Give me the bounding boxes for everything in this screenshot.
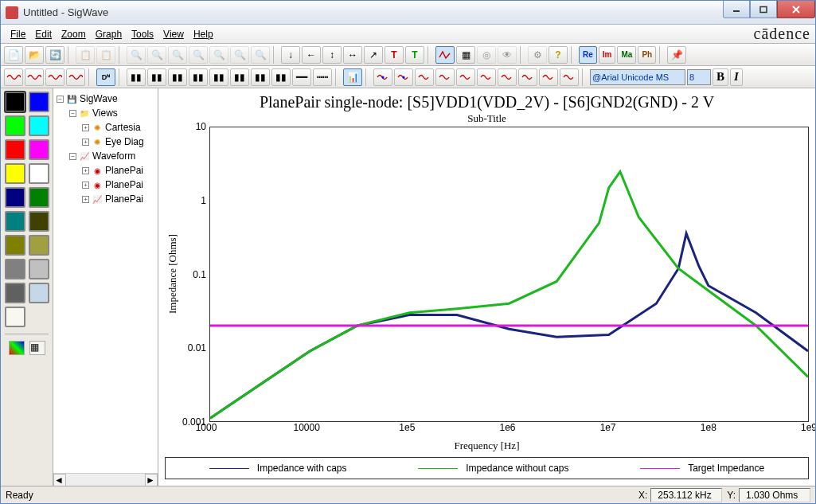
color-swatch[interactable] [5,211,25,232]
m7-button[interactable] [498,68,517,86]
marker-diag-button[interactable]: ↗ [364,46,383,64]
zoom-out-button[interactable]: 🔍 [147,46,166,64]
color-swatch[interactable] [29,283,49,303]
italic-button[interactable]: I [730,68,743,86]
marker-up-button[interactable]: ↕ [322,46,342,64]
bar8-button[interactable]: ▮▮ [271,68,291,86]
zoom-y-button[interactable]: 🔍 [209,46,228,64]
m8-button[interactable] [518,68,537,86]
color-swatch[interactable] [5,92,25,112]
open-button[interactable]: 📂 [25,46,44,64]
color-swatch[interactable] [29,163,49,184]
color-swatch[interactable] [29,211,49,232]
bar7-button[interactable]: ▮▮ [251,68,270,86]
minimize-button[interactable] [723,1,750,18]
menu-help[interactable]: Help [189,26,218,42]
plot-area[interactable] [209,127,809,422]
tree-pp1[interactable]: +◉PlanePai [55,163,156,178]
zoom-prev-button[interactable]: 🔍 [230,46,249,64]
m10-button[interactable] [560,68,579,86]
ma-button[interactable]: Ma [617,46,636,64]
tree-cartesian[interactable]: +✺Cartesia [55,120,156,135]
color-swatch[interactable] [29,235,49,256]
wave2-button[interactable] [25,68,44,86]
cursor-track-button[interactable]: Dᴺ [96,68,115,86]
color-swatch[interactable] [5,307,25,327]
color-swatch[interactable] [5,139,25,160]
ph-button[interactable]: Ph [638,46,656,64]
color-swatch[interactable] [5,235,25,256]
refresh-button[interactable]: 🔄 [45,46,64,64]
zoom-reset-button[interactable]: 🔍 [251,46,270,64]
bold-button[interactable]: B [713,68,728,86]
marker-left-button[interactable]: ← [302,46,321,64]
menu-edit[interactable]: Edit [30,26,57,42]
wave1-button[interactable] [4,68,23,86]
text-tool2-button[interactable]: T [405,46,424,64]
marker-both-button[interactable]: ↔ [343,46,362,64]
zoom-in-button[interactable]: 🔍 [127,46,146,64]
color-swatch[interactable] [5,259,25,279]
zoom-fit-button[interactable]: 🔍 [168,46,187,64]
pin-button[interactable]: 📌 [667,46,686,64]
palette-tool-1[interactable] [9,341,25,355]
m4-button[interactable] [435,68,455,86]
bar3-button[interactable]: ▮▮ [168,68,187,86]
splot-button[interactable]: 📊 [343,68,362,86]
tree-waveform[interactable]: −📈Waveform [55,149,156,163]
tree-root[interactable]: −💾SigWave [55,92,156,106]
menu-view[interactable]: View [158,26,189,42]
font-select[interactable] [590,69,685,85]
bar5-button[interactable]: ▮▮ [209,68,228,86]
help-button[interactable]: ? [549,46,568,64]
wave4-button[interactable] [66,68,85,86]
m5-button[interactable] [456,68,475,86]
tree-views[interactable]: −📁Views [55,106,156,120]
bar4-button[interactable]: ▮▮ [189,68,208,86]
settings-button[interactable]: ⚙ [528,46,547,64]
view-grid-button[interactable]: ▦ [456,46,475,64]
palette-tool-2[interactable]: ▦ [29,341,45,355]
dash2-button[interactable]: ┅┅ [313,68,332,86]
close-button[interactable] [777,1,815,18]
color-swatch[interactable] [5,115,25,136]
zoom-x-button[interactable]: 🔍 [189,46,208,64]
fontsize-select[interactable] [687,69,711,85]
im-button[interactable]: Im [599,46,616,64]
color-swatch[interactable] [29,92,49,112]
m1-button[interactable] [373,68,392,86]
text-tool-button[interactable]: T [385,46,404,64]
color-swatch[interactable] [29,259,49,279]
color-swatch[interactable] [5,283,25,303]
tree-scrollbar[interactable]: ◄► [53,473,158,486]
menu-graph[interactable]: Graph [91,26,127,42]
color-swatch[interactable] [29,139,49,160]
m6-button[interactable] [477,68,496,86]
bar1-button[interactable]: ▮▮ [127,68,146,86]
color-swatch[interactable] [29,187,49,208]
dash1-button[interactable]: ━━ [292,68,311,86]
color-swatch[interactable] [5,187,25,208]
bar6-button[interactable]: ▮▮ [230,68,249,86]
paste-button[interactable]: 📋 [96,46,115,64]
tree-eyediag[interactable]: +✺Eye Diag [55,135,156,149]
tree-pp3[interactable]: +📈PlanePai [55,192,156,206]
wave3-button[interactable] [45,68,64,86]
new-button[interactable]: 📄 [4,46,23,64]
re-button[interactable]: Re [579,46,597,64]
m9-button[interactable] [539,68,558,86]
color-swatch[interactable] [29,115,49,136]
maximize-button[interactable] [750,1,777,18]
m3-button[interactable] [415,68,434,86]
menu-zoom[interactable]: Zoom [57,26,91,42]
copy-button[interactable]: 📋 [76,46,95,64]
tree-pp2[interactable]: +◉PlanePai [55,178,156,192]
view-eye-button[interactable]: 👁 [498,46,517,64]
bar2-button[interactable]: ▮▮ [147,68,166,86]
menu-file[interactable]: File [6,26,30,42]
view-chart-button[interactable] [435,46,455,64]
m2-button[interactable] [394,68,413,86]
view-smith-button[interactable]: ◎ [477,46,496,64]
menu-tools[interactable]: Tools [127,26,158,42]
marker-down-button[interactable]: ↓ [281,46,300,64]
